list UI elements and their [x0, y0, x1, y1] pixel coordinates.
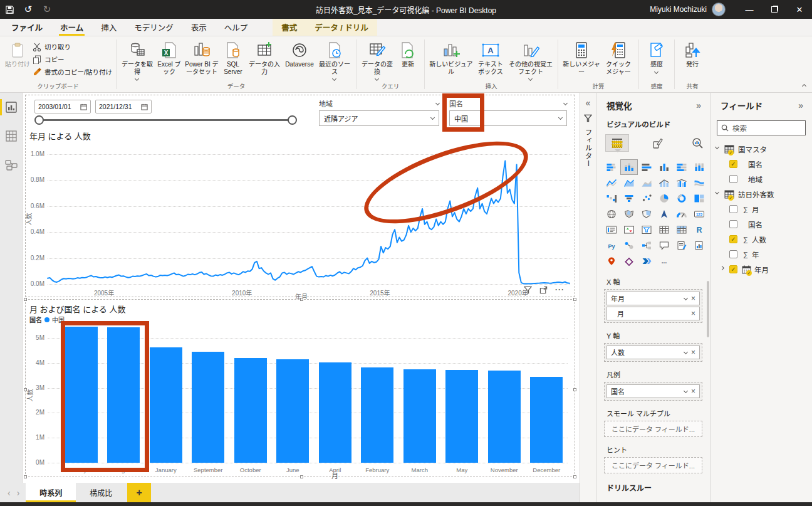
expand-chevron-icon[interactable] [720, 266, 724, 270]
page-tab-1[interactable]: 構成比 [76, 483, 126, 502]
r-script-visual-icon[interactable]: R [690, 222, 708, 238]
field-checkbox[interactable] [729, 250, 737, 258]
expand-filters-icon[interactable]: « [586, 98, 591, 108]
field-checkbox[interactable] [729, 220, 737, 228]
report-view-icon[interactable] [0, 97, 23, 118]
undo-icon[interactable]: ↺ [19, 0, 38, 19]
menu-tab-4[interactable]: 表示 [182, 19, 216, 36]
excel-workbook-button[interactable]: X Excel ブック [155, 40, 183, 75]
metrics-icon[interactable] [690, 238, 708, 253]
power-bi-datasets-button[interactable]: Power BI データセット [184, 40, 219, 75]
chevron-down-icon[interactable] [684, 349, 688, 354]
well-placeholder[interactable]: ここにデータ フィールド... [604, 421, 702, 437]
field-checkbox[interactable]: ✓ [729, 160, 737, 168]
bar-july[interactable] [65, 327, 98, 463]
expand-chevron-icon[interactable] [715, 190, 719, 194]
menu-tab-2[interactable]: 挿入 [92, 19, 125, 36]
100-stacked-column-chart-icon[interactable] [690, 159, 708, 175]
menu-tab-6[interactable]: 書式 [273, 19, 306, 36]
paste-button[interactable]: 貼り付け [4, 40, 31, 68]
new-measure-button[interactable]: 新しいメジャー [562, 40, 601, 75]
donut-chart-icon[interactable] [673, 191, 690, 206]
pane-scrollbar[interactable] [707, 281, 709, 337]
table-node-訪日外客数[interactable]: ✓訪日外客数 [710, 187, 812, 202]
well-placeholder[interactable]: ここにデータ フィールド... [604, 457, 702, 473]
fields-search-input[interactable]: 検索 [717, 120, 806, 135]
field-node-年月[interactable]: ✓✓年月 [710, 262, 812, 277]
qa-visual-icon[interactable] [655, 238, 673, 253]
waterfall-chart-icon[interactable] [603, 191, 620, 206]
format-painter-button[interactable]: 書式のコピー/貼り付け [33, 66, 112, 77]
bar-september[interactable] [192, 352, 224, 463]
minimize-button[interactable]: — [737, 0, 762, 19]
power-automate-icon[interactable] [638, 253, 655, 269]
map-icon[interactable] [603, 206, 620, 222]
region-slicer-dropdown[interactable]: 近隣アジア [319, 110, 439, 126]
filled-map-icon[interactable] [620, 206, 638, 222]
azure-map-icon[interactable] [655, 206, 673, 222]
line-stacked-column-chart-icon[interactable] [655, 175, 673, 191]
python-visual-icon[interactable]: Py [603, 238, 620, 253]
line-chart-visual[interactable]: 2003/01/01 2021/12/31 地域 近隣アジア 国名 中国 [25, 95, 575, 297]
field-pill[interactable]: 人数× [606, 345, 700, 359]
quick-measure-button[interactable]: クイック メジャー [602, 40, 635, 75]
filters-pane-collapsed[interactable]: « フィルター [580, 93, 596, 502]
field-checkbox[interactable] [729, 175, 737, 183]
menu-tab-0[interactable]: ファイル [3, 19, 51, 36]
sql-server-button[interactable]: SQL Server [221, 40, 246, 75]
more-visuals-ellipsis-icon[interactable]: ... [655, 253, 673, 269]
slicer-icon[interactable] [638, 222, 655, 238]
field-checkbox[interactable] [729, 205, 737, 213]
data-view-icon[interactable] [0, 125, 23, 147]
refresh-button[interactable]: 更新 [395, 40, 420, 68]
country-slicer-dropdown[interactable]: 中国 [449, 110, 567, 126]
remove-field-icon[interactable]: × [691, 294, 695, 303]
avatar[interactable] [712, 3, 726, 16]
funnel-chart-icon[interactable] [620, 191, 638, 206]
treemap-icon[interactable] [690, 191, 708, 206]
matrix-icon[interactable] [673, 222, 690, 238]
bar-october[interactable] [234, 358, 267, 463]
remove-field-icon[interactable]: × [691, 387, 695, 396]
clustered-column-chart-icon[interactable] [655, 159, 673, 175]
account-name[interactable]: Miyuki Mochizuki [650, 5, 707, 14]
next-page-icon[interactable]: › [17, 488, 20, 498]
field-node-人数[interactable]: ✓∑人数 [710, 232, 812, 247]
remove-field-icon[interactable]: × [691, 348, 695, 357]
close-button[interactable]: ✕ [787, 0, 812, 19]
arcgis-map-icon[interactable] [603, 253, 620, 269]
restore-button[interactable] [762, 0, 787, 19]
collapse-pane-icon[interactable]: » [696, 100, 701, 110]
collapse-ribbon-icon[interactable] [803, 81, 806, 90]
clustered-bar-chart-icon[interactable] [638, 159, 655, 175]
field-node-地域[interactable]: 地域 [710, 172, 812, 187]
date-range-track[interactable] [39, 119, 293, 121]
bar-december[interactable] [530, 377, 563, 463]
get-data-button[interactable]: データを取得 [120, 40, 154, 80]
pie-chart-icon[interactable] [655, 191, 673, 206]
stacked-column-chart-icon[interactable] [620, 159, 638, 175]
100-stacked-bar-chart-icon[interactable] [673, 159, 690, 175]
date-range-handle-end[interactable] [288, 115, 297, 125]
card-icon[interactable]: 123 [690, 206, 708, 222]
publish-button[interactable]: 発行 [679, 40, 706, 68]
page-tab-0[interactable]: 時系列 [26, 483, 76, 502]
analytics-tab[interactable] [685, 134, 709, 152]
bar-april[interactable] [319, 362, 351, 463]
dataverse-button[interactable]: Dataverse [283, 40, 316, 68]
bar-chart-visual[interactable]: 月 および国名 による 人数 国名 中国 人数 月 0M1M2M3M4M5MJu… [25, 299, 575, 477]
focus-mode-icon[interactable] [539, 286, 548, 294]
menu-tab-3[interactable]: モデリング [125, 19, 182, 36]
table-icon[interactable] [655, 222, 673, 238]
bar-february[interactable] [361, 367, 393, 463]
chevron-down-icon[interactable] [684, 388, 688, 393]
menu-tab-1[interactable]: ホーム [51, 19, 92, 36]
key-influencers-icon[interactable] [620, 238, 638, 253]
kpi-icon[interactable] [620, 222, 638, 238]
menu-tab-7[interactable]: データ / ドリル [306, 19, 377, 36]
stacked-area-chart-icon[interactable] [638, 175, 655, 191]
bar-november[interactable] [488, 371, 521, 463]
shape-map-icon[interactable] [638, 206, 655, 222]
field-checkbox[interactable]: ✓ [729, 265, 737, 273]
line-clustered-column-chart-icon[interactable] [673, 175, 690, 191]
